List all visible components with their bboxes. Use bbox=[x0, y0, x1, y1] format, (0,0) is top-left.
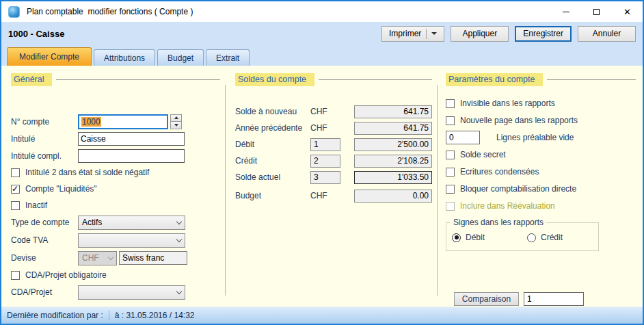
comparaison-row: Comparaison 1 bbox=[454, 292, 636, 306]
title-bar: Plan comptable modifier fonctions ( Comp… bbox=[1, 1, 643, 22]
chevron-down-icon bbox=[176, 218, 182, 224]
enregistrer-button[interactable]: Enregistrer bbox=[515, 26, 572, 42]
cda-projet-row: CDA/Projet bbox=[11, 283, 220, 301]
code-tva-select[interactable] bbox=[78, 233, 185, 248]
section-title: Soldes du compte bbox=[235, 73, 314, 86]
checkbox-icon bbox=[11, 201, 20, 210]
debit-index-field[interactable]: 1 bbox=[310, 138, 340, 151]
radio-debit[interactable]: Débit bbox=[452, 233, 485, 242]
checkbox-liquidites[interactable]: Compte "Liquidités" bbox=[11, 181, 220, 197]
section-soldes: Soldes du compte Solde à nouveau CHF 641… bbox=[235, 66, 432, 307]
checkbox-nouvelle-page[interactable]: Nouvelle page dans les rapports bbox=[446, 112, 636, 129]
debit-row: Débit 1 2'500.00 bbox=[235, 136, 432, 153]
checkbox-inactif[interactable]: Inactif bbox=[11, 197, 220, 213]
spinner-down-button[interactable] bbox=[171, 121, 181, 129]
credit-row: Crédit 2 2'108.25 bbox=[235, 153, 432, 169]
solde-actuel-index-field[interactable]: 3 bbox=[310, 171, 340, 184]
num-compte-spinner bbox=[170, 114, 182, 129]
close-button[interactable]: ✕ bbox=[612, 1, 643, 22]
checkbox-solde-secret[interactable]: Solde secret bbox=[446, 146, 636, 163]
type-compte-select[interactable]: Actifs bbox=[78, 216, 185, 230]
maximize-button[interactable] bbox=[581, 1, 612, 22]
credit-index-field[interactable]: 2 bbox=[310, 155, 340, 168]
comparaison-input[interactable]: 1 bbox=[524, 292, 584, 306]
solde-actuel-row: Solde actuel 3 1'033.50 bbox=[235, 169, 432, 185]
spinner-up-icon bbox=[174, 116, 178, 119]
radio-icon bbox=[527, 233, 536, 242]
chevron-down-icon bbox=[176, 288, 182, 294]
budget-row: Budget CHF 0.00 bbox=[235, 187, 432, 204]
column-separator bbox=[225, 85, 226, 296]
checkbox-intitule2[interactable]: Intitulé 2 dans état si solde négatif bbox=[11, 164, 220, 181]
app-icon bbox=[8, 6, 20, 18]
parametres-section-header: Paramètres du compte bbox=[446, 73, 636, 86]
checkbox-icon bbox=[11, 168, 20, 177]
checkbox-bloquer-comptabilisation[interactable]: Bloquer comptabilisation directe bbox=[446, 181, 636, 197]
devise-label: Devise bbox=[11, 253, 78, 263]
credit-value[interactable]: 2'108.25 bbox=[354, 155, 432, 168]
intitule-label: Intitulé bbox=[11, 134, 78, 144]
annee-precedente-value[interactable]: 641.75 bbox=[354, 122, 432, 135]
window-controls: ✕ bbox=[550, 1, 643, 22]
imprimer-label: Imprimer bbox=[389, 29, 421, 38]
spinner-up-button[interactable] bbox=[171, 115, 181, 122]
devise-select[interactable]: CHF bbox=[78, 251, 117, 265]
checkbox-invisible-rapports[interactable]: Invisible dans les rapports bbox=[446, 95, 636, 112]
header-band: 1000 - Caisse Imprimer Appliquer Enregis… bbox=[1, 22, 643, 45]
checkbox-icon bbox=[446, 99, 455, 108]
num-compte-row: N° compte 1000 bbox=[11, 113, 220, 130]
section-parametres: Paramètres du compte Invisible dans les … bbox=[446, 66, 636, 307]
budget-value[interactable]: 0.00 bbox=[354, 190, 432, 203]
section-title: Général bbox=[11, 73, 52, 86]
lignes-prealable-input[interactable]: 0 bbox=[446, 131, 480, 144]
num-compte-label: N° compte bbox=[11, 117, 78, 127]
checkbox-icon bbox=[446, 116, 455, 125]
lignes-prealable-label: Lignes préalable vide bbox=[496, 133, 574, 142]
appliquer-button[interactable]: Appliquer bbox=[451, 26, 509, 42]
checkbox-inclure-reevaluation: Inclure dans Réévaluation bbox=[446, 198, 636, 214]
tab-attributions[interactable]: Attributions bbox=[94, 49, 155, 66]
checkbox-cda-obligatoire[interactable]: CDA/Projet obligatoire bbox=[11, 267, 220, 283]
chevron-down-icon bbox=[176, 236, 182, 242]
maximize-icon bbox=[593, 9, 600, 15]
cda-projet-select[interactable] bbox=[78, 285, 185, 300]
dialog-window: Plan comptable modifier fonctions ( Comp… bbox=[0, 0, 644, 325]
solde-nouveau-row: Solde à nouveau CHF 641.75 bbox=[235, 103, 432, 120]
section-title: Paramètres du compte bbox=[446, 73, 543, 86]
radio-credit[interactable]: Crédit bbox=[527, 233, 563, 242]
split-divider bbox=[426, 29, 427, 39]
comparaison-button[interactable]: Comparaison bbox=[454, 292, 519, 306]
imprimer-button[interactable]: Imprimer bbox=[381, 26, 444, 42]
checkbox-icon bbox=[446, 202, 455, 211]
main-panel: Général N° compte 1000 Intitulé Caisse bbox=[1, 66, 643, 307]
type-compte-row: Type de compte Actifs bbox=[11, 213, 220, 231]
cda-projet-label: CDA/Projet bbox=[11, 287, 78, 297]
code-tva-row: Code TVA bbox=[11, 231, 220, 249]
signes-group-title: Signes dans les rapports bbox=[451, 218, 546, 227]
window-title: Plan comptable modifier fonctions ( Comp… bbox=[27, 7, 193, 16]
minimize-button[interactable] bbox=[550, 1, 581, 22]
checkbox-icon bbox=[11, 271, 20, 280]
section-rule bbox=[56, 79, 220, 80]
annuler-button[interactable]: Annuler bbox=[578, 26, 636, 42]
debit-value[interactable]: 2'500.00 bbox=[354, 138, 432, 151]
code-tva-label: Code TVA bbox=[11, 235, 78, 245]
tab-modifier-compte[interactable]: Modifier Compte bbox=[7, 47, 92, 66]
intitule-input[interactable]: Caisse bbox=[78, 132, 185, 146]
intitule-compl-input[interactable] bbox=[78, 149, 185, 163]
solde-actuel-value[interactable]: 1'033.50 bbox=[354, 171, 432, 184]
checkbox-ecritures-condensees[interactable]: Ecritures condensées bbox=[446, 164, 636, 180]
soldes-section-header: Soldes du compte bbox=[235, 73, 432, 86]
tab-bar: Modifier Compte Attributions Budget Extr… bbox=[1, 45, 643, 66]
devise-name-field[interactable]: Swiss franc bbox=[119, 251, 187, 265]
intitule-row: Intitulé Caisse bbox=[11, 130, 220, 147]
selected-text: 1000 bbox=[81, 117, 101, 127]
num-compte-input[interactable]: 1000 bbox=[78, 114, 168, 129]
minimize-icon bbox=[563, 12, 569, 12]
tab-budget[interactable]: Budget bbox=[157, 49, 204, 66]
type-compte-label: Type de compte bbox=[11, 218, 78, 227]
section-general: Général N° compte 1000 Intitulé Caisse bbox=[11, 66, 220, 307]
tab-extrait[interactable]: Extrait bbox=[206, 49, 250, 66]
section-rule bbox=[547, 79, 636, 80]
solde-nouveau-value[interactable]: 641.75 bbox=[354, 105, 432, 118]
